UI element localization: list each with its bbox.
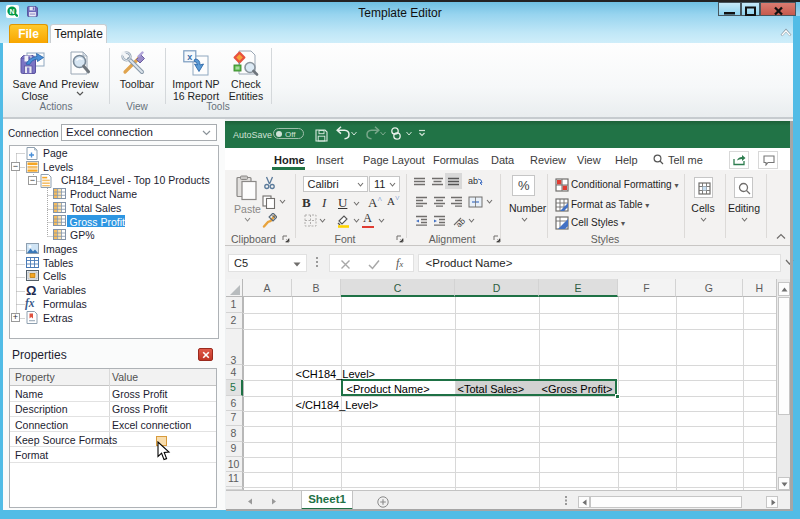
svg-text:ab: ab [454, 216, 466, 227]
svg-text:x: x [187, 52, 192, 62]
svg-text:N: N [9, 8, 14, 15]
svg-text:ab: ab [468, 176, 478, 186]
